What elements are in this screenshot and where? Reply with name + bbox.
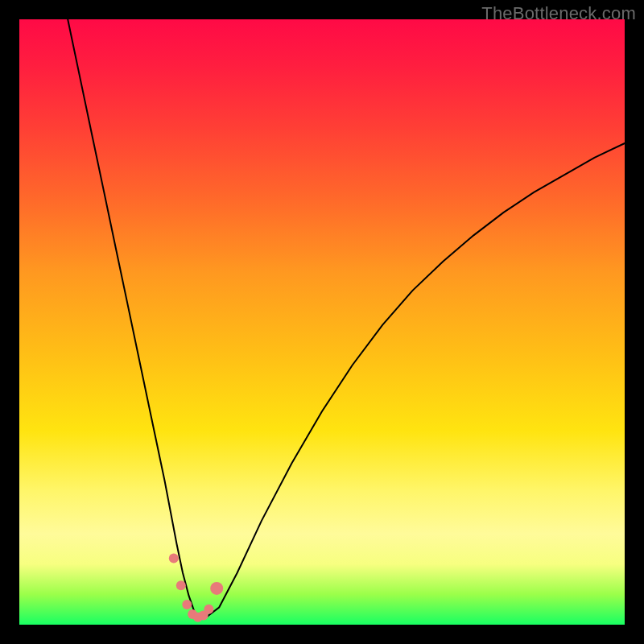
curve-marker	[204, 605, 213, 614]
curve-marker	[169, 554, 179, 564]
chart-svg	[19, 19, 625, 625]
chart-plot-area	[19, 19, 625, 625]
curve-marker	[182, 600, 192, 609]
curve-marker	[210, 582, 223, 595]
curve-marker	[176, 580, 186, 590]
watermark-text: TheBottleneck.com	[481, 3, 636, 24]
bottleneck-curve	[68, 19, 625, 617]
curve-markers	[169, 554, 223, 622]
